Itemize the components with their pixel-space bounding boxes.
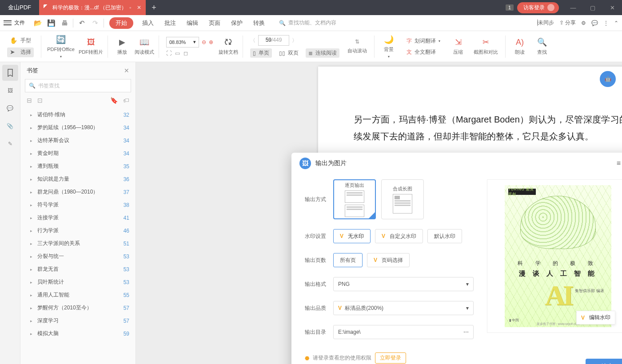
background[interactable]: 🌙背景▾ — [379, 33, 399, 60]
find-button[interactable]: 🔍查找 — [532, 33, 552, 60]
sync-status[interactable]: 未同步 — [537, 19, 554, 27]
prev-page-icon[interactable]: 〈 — [250, 37, 255, 44]
document-tab[interactable]: 科学的极致：漫...df （已加密） ▫ ✕ — [39, 0, 146, 15]
single-page[interactable]: ▯单页 — [250, 48, 272, 58]
tab-window-icon[interactable]: ▫ — [129, 4, 131, 11]
export-button[interactable]: 输出 — [586, 359, 622, 364]
tab-close-icon[interactable]: ✕ — [137, 4, 141, 11]
login-now-button[interactable]: 立即登录 — [375, 352, 406, 364]
zoom-out-icon[interactable]: ⊖ — [202, 39, 206, 45]
tab-annotate[interactable]: 批注 — [159, 19, 181, 27]
read-mode[interactable]: 📖阅读模式 — [135, 33, 154, 60]
wm-none[interactable]: V无水印 — [333, 229, 371, 243]
double-page[interactable]: ▯▯双页 — [276, 48, 301, 58]
bookmark-item[interactable]: ▸贝叶斯统计53 — [20, 276, 136, 289]
bookmark-item[interactable]: ▸行为学派46 — [20, 224, 136, 237]
read-aloud[interactable]: A)朗读 — [510, 33, 530, 60]
autoscroll-label[interactable]: 自动滚动 — [347, 47, 367, 54]
bookmark-search[interactable]: 🔍 书签查找 — [25, 79, 131, 92]
actual-size-icon[interactable]: ◻ — [183, 50, 188, 56]
ai-assist-button[interactable]: 🤖 — [600, 71, 616, 87]
tab-insert[interactable]: 插入 — [137, 19, 159, 27]
output-dir[interactable]: E:\image\⋯ — [333, 325, 474, 339]
dialog-menu-icon[interactable]: ≡ — [617, 159, 621, 168]
hamburger-icon[interactable] — [4, 20, 12, 25]
collapse-ribbon-icon[interactable]: ⌃ — [614, 20, 618, 26]
tab-start[interactable]: 开始 — [109, 17, 133, 29]
screenshot-compare[interactable]: ✂截图和对比 — [470, 33, 501, 60]
pages-all[interactable]: 所有页 — [333, 253, 363, 267]
collapse-all-icon[interactable]: ⊟ — [27, 97, 32, 104]
redo-icon[interactable]: ↷ — [88, 16, 102, 30]
page-number-input[interactable]: 59/449 — [258, 35, 289, 46]
attachments-tab[interactable]: 📎 — [2, 118, 18, 134]
bookmark-item[interactable]: ▸群龙无首53 — [20, 263, 136, 276]
rotate-doc[interactable]: 🗘旋转文档 — [219, 33, 238, 60]
pages-select[interactable]: V页码选择 — [367, 253, 410, 267]
expand-all-icon[interactable]: ⊡ — [37, 97, 43, 104]
quality-select[interactable]: V 标清品质(200%)▾ — [333, 301, 474, 315]
sign-tab[interactable]: ✎ — [2, 136, 18, 152]
file-menu[interactable]: 文件 — [14, 19, 25, 27]
pdf-to-image[interactable]: 🖼PDF转图片 — [79, 33, 103, 60]
settings-icon[interactable]: ⚙ — [581, 20, 586, 26]
window-close-icon[interactable]: ✕ — [602, 0, 622, 15]
word-translate[interactable]: 字划词翻译▾ — [404, 36, 443, 46]
tab-convert[interactable]: 转换 — [248, 19, 270, 27]
bookmark-icon[interactable]: 🏷 — [123, 97, 129, 104]
next-page-icon[interactable]: 〉 — [292, 37, 297, 44]
panel-close-icon[interactable]: ✕ — [124, 67, 129, 74]
full-translate[interactable]: 文全文翻译 — [404, 47, 439, 57]
window-maximize-icon[interactable]: ▢ — [583, 0, 602, 15]
bookmark-item[interactable]: ▸分裂与统一53 — [20, 250, 136, 263]
fit-page-icon[interactable]: ▭ — [175, 50, 180, 56]
bookmark-item[interactable]: ▸诺伯特·维纳32 — [20, 108, 136, 121]
guest-login-button[interactable]: 访客登录 — [517, 2, 559, 13]
open-icon[interactable]: 📂 — [31, 16, 44, 30]
tab-page[interactable]: 页面 — [203, 19, 226, 27]
tab-edit[interactable]: 编辑 — [181, 19, 203, 27]
edit-watermark-chip[interactable]: V编辑水印 — [576, 311, 615, 324]
bookmark-item[interactable]: ▸通用人工智能55 — [20, 289, 136, 301]
pdf-to-office[interactable]: 🔄PDF转Office▾ — [46, 33, 76, 60]
print-icon[interactable]: 🖶 — [58, 16, 71, 30]
share-button[interactable]: ⇪ 分享 — [559, 19, 576, 27]
bookmark-item[interactable]: ▸知识就是力量36 — [20, 173, 136, 186]
bookmark-add-icon[interactable]: 🔖 — [110, 97, 118, 104]
bookmark-item[interactable]: ▸模拟大脑59 — [20, 327, 136, 340]
wm-default[interactable]: 默认水印 — [427, 229, 462, 243]
fit-width-icon[interactable]: ⛶ — [166, 50, 171, 56]
hand-tool[interactable]: ✋手型 — [7, 36, 34, 46]
compress[interactable]: ⇲压缩 — [448, 33, 468, 60]
select-tool[interactable]: ➤选择 — [7, 47, 34, 57]
new-tab-button[interactable]: + — [146, 0, 163, 15]
bookmark-item[interactable]: ▸遭到瓶颈35 — [20, 160, 136, 173]
bookmark-item[interactable]: ▸梦的延续（1956—1980）34 — [20, 121, 136, 134]
undo-icon[interactable]: ↶ — [75, 16, 88, 30]
zoom-in-icon[interactable]: ⊕ — [209, 39, 213, 45]
scroll-speed-icon[interactable]: ⇅ — [355, 39, 359, 45]
zoom-value[interactable]: 08.83%▾ — [166, 37, 199, 47]
bookmark-item[interactable]: ▸群龙问鼎（1980—2010）37 — [20, 186, 136, 198]
feature-search[interactable]: 🔍 查找功能、文档内容 — [279, 19, 336, 27]
bookmark-item[interactable]: ▸达特茅斯会议34 — [20, 134, 136, 147]
bookmarks-tab[interactable] — [2, 65, 18, 81]
comments-tab[interactable]: 💬 — [2, 100, 18, 116]
option-long-image[interactable]: 合成长图 — [381, 179, 424, 219]
feedback-icon[interactable]: 💬 — [591, 20, 598, 26]
bookmark-item[interactable]: ▸符号学派38 — [20, 198, 136, 211]
save-icon[interactable]: 💾 — [44, 16, 58, 30]
bookmark-item[interactable]: ▸黄金时期34 — [20, 147, 136, 160]
tab-protect[interactable]: 保护 — [226, 19, 248, 27]
document-viewport[interactable]: 另一方面，玛吉特·博登（Margaret Boden）则认为，尽管深度学习的确是… — [136, 62, 622, 364]
bookmark-item[interactable]: ▸深度学习57 — [20, 314, 136, 327]
more-icon[interactable]: ⋮ — [603, 20, 609, 26]
bookmark-item[interactable]: ▸三大学派间的关系51 — [20, 237, 136, 250]
bookmark-item[interactable]: ▸梦醒何方（2010至今）57 — [20, 301, 136, 314]
format-select[interactable]: PNG▾ — [333, 277, 474, 291]
bookmark-item[interactable]: ▸连接学派41 — [20, 211, 136, 224]
notification-badge[interactable]: 1 — [506, 4, 514, 11]
thumbnails-tab[interactable]: 🖼 — [2, 83, 18, 99]
play-button[interactable]: ▶播放 — [112, 33, 132, 60]
option-per-page[interactable]: 逐页输出 — [333, 179, 376, 219]
